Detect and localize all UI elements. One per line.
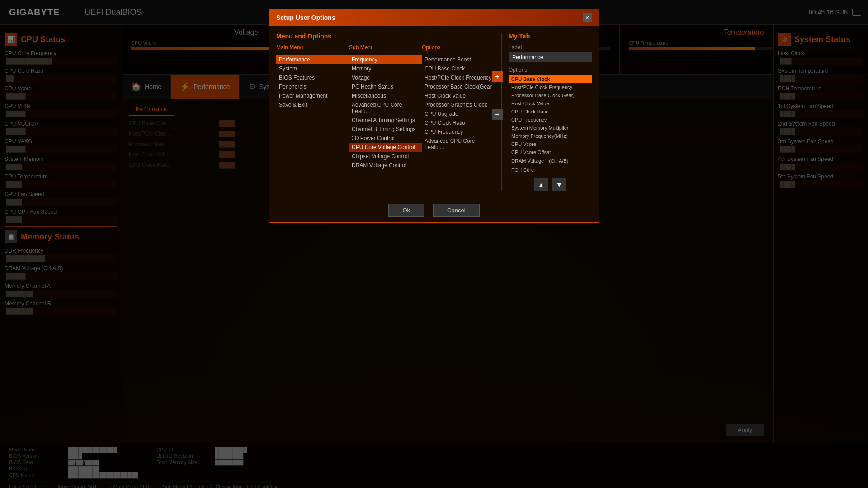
setup-user-options-dialog: Setup User Options × Menu and Options Ma… [269,9,599,223]
menu-item-power-management[interactable]: Power Management [276,91,349,100]
option-cpu-upgrade[interactable]: CPU Upgrade [422,109,495,118]
menu-item-performance[interactable]: Performance [276,55,349,64]
add-remove-btns: + − [492,71,503,120]
dialog-columns: Main Menu Performance System BIOS Featur… [276,44,495,170]
option-host-clock[interactable]: Host Clock Value [422,91,495,100]
my-tab-title: My Tab [509,33,592,40]
dialog-title: Setup User Options [276,14,335,21]
mytab-proc-base[interactable]: Processor Base Clock(Gear) [509,91,592,99]
submenu-frequency[interactable]: Frequency [349,55,422,64]
main-menu-header: Main Menu [276,44,349,52]
my-tab-label-label: Label [509,44,592,51]
dialog-overlay: Setup User Options × Menu and Options Ma… [0,0,868,488]
option-cpu-frequency[interactable]: CPU Frequency [422,127,495,136]
options-col: Options Performance Boost CPU Base Clock… [422,44,495,170]
submenu-3d-power[interactable]: 3D Power Control [349,134,422,143]
mytab-pch-core[interactable]: PCH Core [509,166,592,174]
ok-button[interactable]: Ok [388,204,424,217]
menu-options-title: Menu and Options [276,33,495,40]
option-host-pcie[interactable]: Host/PCIe Clock Frequency [422,73,495,82]
dialog-footer: Ok Cancel [269,198,599,222]
dialog-body: Menu and Options Main Menu Performance S… [269,26,599,198]
dialog-title-bar: Setup User Options × [269,9,599,26]
main-menu-col: Main Menu Performance System BIOS Featur… [276,44,349,170]
submenu-chipset-voltage[interactable]: Chipset Voltage Control [349,152,422,161]
menu-options-section: Menu and Options Main Menu Performance S… [276,33,495,191]
submenu-pc-health[interactable]: PC Health Status [349,82,422,91]
mytab-dram-voltage[interactable]: DRAM Voltage (CH A/B) [509,156,592,166]
cancel-button[interactable]: Cancel [433,204,479,217]
menu-item-peripherals[interactable]: Peripherals [276,82,349,91]
menu-item-save-exit[interactable]: Save & Exit [276,100,349,109]
option-cpu-clock-ratio[interactable]: CPU Clock Ratio [422,118,495,127]
add-to-mytab-button[interactable]: + [492,71,503,82]
submenu-misc[interactable]: Miscellaneous [349,91,422,100]
option-cpu-base[interactable]: CPU Base Clock [422,64,495,73]
mytab-cpu-frequency[interactable]: CPU Frequency [509,116,592,124]
sub-menu-col: Sub Menu Frequency Memory Voltage PC Hea… [349,44,422,170]
option-proc-base[interactable]: Processor Base Clock(Gear [422,82,495,91]
mytab-cpu-vcore[interactable]: CPU Vcore [509,140,592,148]
mytab-sys-mem-mult[interactable]: System Memory Multiplier [509,124,592,132]
mytab-cpu-base-clock[interactable]: CPU Base Clock [509,75,592,83]
submenu-dram-voltage[interactable]: DRAM Voltage Control [349,161,422,170]
my-tab-section: My Tab Label Options CPU Base Clock Host… [501,33,592,191]
menu-item-bios-features[interactable]: BIOS Features [276,73,349,82]
move-up-button[interactable]: ▲ [534,178,548,191]
submenu-ch-b[interactable]: Channel B Timing Settings [349,125,422,134]
submenu-cpu-core-voltage[interactable]: CPU Core Voltage Control [349,143,422,152]
option-adv-cpu-core[interactable]: Advanced CPU Core Featur... [422,136,495,152]
mytab-host-pcie[interactable]: Host/PCle Clock Frequency [509,83,592,91]
mytab-host-clock-val[interactable]: Host Clock Value [509,99,592,108]
mytab-cpu-clock-ratio[interactable]: CPU Clock Ratio [509,108,592,116]
mytab-mem-freq[interactable]: Memory Frequency(MHz) [509,132,592,140]
option-perf-boost[interactable]: Performance Boost [422,55,495,64]
mytab-cpu-vcore-offset[interactable]: CPU Vcore Offset [509,148,592,156]
my-tab-label-input[interactable] [509,52,592,62]
mytab-arrows: ▲ ▼ [509,178,592,191]
sub-menu-header: Sub Menu [349,44,422,52]
my-tab-options-title: Options [509,67,592,73]
submenu-ch-a[interactable]: Channel A Timing Settings [349,116,422,125]
submenu-adv-cpu[interactable]: Advanced CPU Core Featu... [349,100,422,116]
submenu-voltage[interactable]: Voltage [349,73,422,82]
remove-from-mytab-button[interactable]: − [492,109,503,120]
option-proc-graphics[interactable]: Processor Graphics Clock [422,100,495,109]
move-down-button[interactable]: ▼ [552,178,566,191]
options-header: Options [422,44,495,52]
submenu-memory[interactable]: Memory [349,64,422,73]
dialog-close-button[interactable]: × [583,13,592,22]
menu-item-system[interactable]: System [276,64,349,73]
